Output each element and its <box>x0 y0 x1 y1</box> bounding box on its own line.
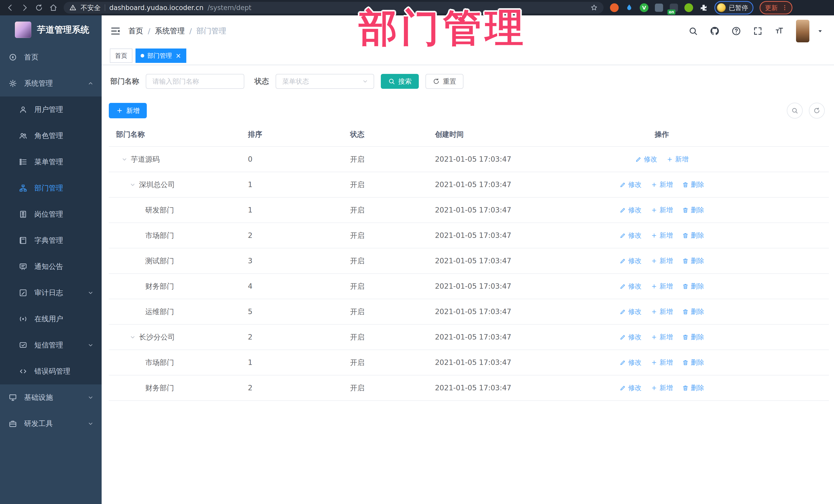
row-action-edit[interactable]: 修改 <box>619 180 641 189</box>
sidebar-collapse-icon[interactable] <box>110 26 120 36</box>
browser-extension-puzzle-extension[interactable] <box>699 3 708 12</box>
row-action-trash[interactable]: 删除 <box>682 256 704 265</box>
avatar-caret-down-icon[interactable] <box>816 27 824 35</box>
sidebar-item-dept-management[interactable]: 部门管理 <box>0 175 102 201</box>
book-icon <box>19 236 27 245</box>
edit-icon <box>619 283 626 290</box>
row-action-edit[interactable]: 修改 <box>635 155 657 164</box>
row-action-edit[interactable]: 修改 <box>619 358 641 367</box>
refresh-table-button[interactable] <box>809 103 825 118</box>
row-action-edit[interactable]: 修改 <box>619 205 641 215</box>
sidebar-item-menu-management[interactable]: 菜单管理 <box>0 149 102 175</box>
guide-icon <box>9 53 17 61</box>
sort-cell: 1 <box>248 180 350 189</box>
row-action-edit[interactable]: 修改 <box>619 384 641 392</box>
sidebar-item-sms-management[interactable]: 短信管理 <box>0 332 102 358</box>
browser-extension-orange-ring-extension[interactable] <box>610 3 619 12</box>
user-icon <box>19 106 27 114</box>
sidebar-item-online-users[interactable]: 在线用户 <box>0 306 102 332</box>
search-button[interactable]: 搜索 <box>381 74 419 89</box>
browser-back-icon[interactable] <box>6 4 14 12</box>
sidebar-item-post-management[interactable]: 岗位管理 <box>0 201 102 227</box>
chevron-down-icon <box>87 394 94 401</box>
user-avatar[interactable] <box>796 20 809 42</box>
browser-extension-green-v-extension[interactable]: V <box>639 3 649 12</box>
row-action-edit[interactable]: 修改 <box>619 256 641 265</box>
breadcrumb-item[interactable]: 系统管理 <box>155 26 185 36</box>
tab-close-icon[interactable]: × <box>176 52 181 59</box>
tab-home[interactable]: 首页 <box>110 48 132 63</box>
browser-reload-icon[interactable] <box>35 4 43 12</box>
browser-extension-stack-extension[interactable]: on <box>669 3 679 12</box>
fullscreen-icon[interactable] <box>753 26 763 36</box>
profile-paused-badge[interactable]: 已暂停 <box>715 1 753 14</box>
sidebar-item-home[interactable]: 首页 <box>0 44 102 70</box>
add-button[interactable]: 新增 <box>109 103 147 118</box>
browser-extension-green-figure-extension[interactable] <box>684 3 694 12</box>
browser-extension-blue-drop-extension[interactable] <box>624 3 634 12</box>
chevron-down-icon[interactable] <box>121 156 128 163</box>
edit-icon <box>619 308 626 315</box>
sidebar-item-notice-announcement[interactable]: 通知公告 <box>0 254 102 280</box>
tab-dept-management[interactable]: 部门管理× <box>135 48 186 63</box>
row-action-edit[interactable]: 修改 <box>619 307 641 316</box>
status-cell: 开启 <box>350 256 435 266</box>
row-action-plus[interactable]: 新增 <box>651 282 673 291</box>
sidebar-item-infrastructure[interactable]: 基础设施 <box>0 385 102 411</box>
row-action-trash[interactable]: 删除 <box>682 205 704 215</box>
row-action-trash[interactable]: 删除 <box>682 384 704 392</box>
row-action-plus[interactable]: 新增 <box>651 180 673 189</box>
row-action-plus[interactable]: 新增 <box>651 231 673 240</box>
row-action-plus[interactable]: 新增 <box>651 333 673 342</box>
row-action-trash[interactable]: 删除 <box>682 231 704 240</box>
sidebar-item-error-code-management[interactable]: 错误码管理 <box>0 358 102 385</box>
bookmark-star-icon[interactable] <box>590 4 598 12</box>
row-action-plus[interactable]: 新增 <box>651 384 673 392</box>
text-size-icon[interactable] <box>774 26 784 36</box>
row-action-plus[interactable]: 新增 <box>651 256 673 265</box>
action-label: 删除 <box>691 333 704 342</box>
row-action-edit[interactable]: 修改 <box>619 282 641 291</box>
row-action-plus[interactable]: 新增 <box>651 358 673 367</box>
sidebar-item-audit-log[interactable]: 审计日志 <box>0 280 102 306</box>
chevron-down-icon[interactable] <box>129 181 136 188</box>
github-icon[interactable] <box>710 26 720 36</box>
table-row: 财务部门4开启2021-01-05 17:03:47修改新增删除 <box>109 274 829 299</box>
row-action-trash[interactable]: 删除 <box>682 358 704 367</box>
sidebar-item-user-management[interactable]: 用户管理 <box>0 96 102 123</box>
sidebar-item-dev-tools[interactable]: 研发工具 <box>0 411 102 437</box>
browser-home-icon[interactable] <box>49 4 58 12</box>
sidebar-item-dict-management[interactable]: 字典管理 <box>0 227 102 254</box>
row-action-trash[interactable]: 删除 <box>682 307 704 316</box>
row-action-plus[interactable]: 新增 <box>651 205 673 215</box>
browser-forward-icon[interactable] <box>21 4 29 12</box>
row-action-trash[interactable]: 删除 <box>682 180 704 189</box>
address-bar[interactable]: 不安全 dashboard.yudao.iocoder.cn/system/de… <box>64 2 603 14</box>
refresh-icon <box>433 78 440 85</box>
search-icon[interactable] <box>688 26 698 36</box>
row-action-trash[interactable]: 删除 <box>682 333 704 342</box>
action-label: 修改 <box>628 256 641 265</box>
toggle-search-button[interactable] <box>787 103 803 118</box>
column-header-label: 操作 <box>655 130 669 139</box>
status-label: 状态 <box>255 76 269 86</box>
column-header-label: 状态 <box>350 130 365 138</box>
dept-name-input[interactable] <box>146 74 244 89</box>
browser-update-button[interactable]: 更新 <box>760 1 792 14</box>
browser-extension-grid-extension[interactable] <box>654 3 664 12</box>
status-select[interactable]: 菜单状态 <box>276 74 374 89</box>
row-action-plus[interactable]: 新增 <box>651 307 673 316</box>
reset-button[interactable]: 重置 <box>425 74 463 89</box>
browser-menu-kebab-icon[interactable] <box>782 4 788 11</box>
chevron-down-icon[interactable] <box>129 334 136 341</box>
row-action-plus[interactable]: 新增 <box>666 155 688 164</box>
row-action-trash[interactable]: 删除 <box>682 282 704 291</box>
sidebar-item-role-management[interactable]: 角色管理 <box>0 123 102 149</box>
breadcrumb-item[interactable]: 首页 <box>128 26 143 36</box>
sidebar-item-system-management[interactable]: 系统管理 <box>0 70 102 96</box>
row-action-edit[interactable]: 修改 <box>619 333 641 342</box>
screen: 不安全 dashboard.yudao.iocoder.cn/system/de… <box>0 0 834 504</box>
help-icon[interactable] <box>731 26 741 36</box>
sidebar-item-label: 部门管理 <box>35 183 94 193</box>
row-action-edit[interactable]: 修改 <box>619 231 641 240</box>
